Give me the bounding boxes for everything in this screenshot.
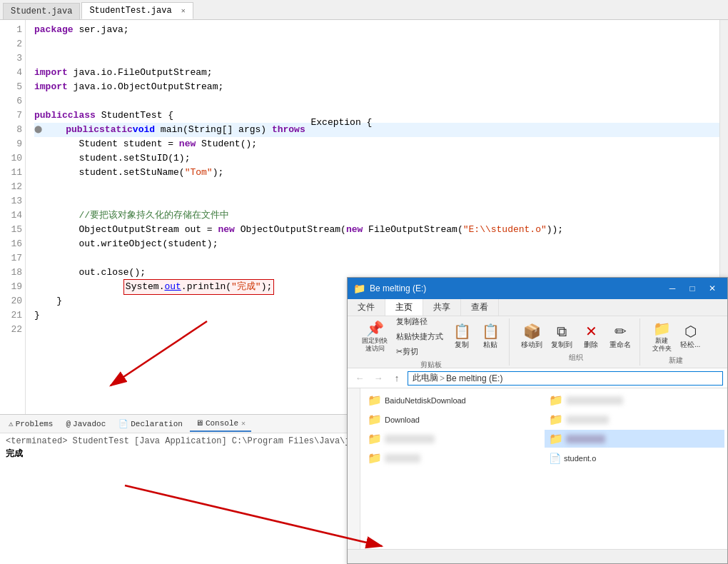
copy-paste-row1: 复制路径	[393, 315, 430, 328]
code-line-1: package ser.java;	[34, 23, 719, 37]
file-explorer-title: Be melting (E:)	[370, 283, 426, 293]
file-name-student-o: student.o	[564, 454, 596, 463]
pin-icon: 📌	[366, 320, 384, 337]
file-name-baiduws-blurred	[566, 396, 623, 405]
file-item-baiduws[interactable]: 📁	[545, 391, 724, 409]
window-controls: ─ □ ✕	[663, 281, 722, 296]
console-close-icon[interactable]: ✕	[241, 419, 246, 428]
file-explorer-title-bar: 📁 Be melting (E:) ─ □ ✕	[348, 278, 727, 299]
ribbon-easy-access-button[interactable]: ⬡ 轻松...	[677, 321, 703, 351]
file-item-student-o[interactable]: 📄 student.o	[545, 449, 724, 467]
ribbon-new-items: 📁 新建文件夹 ⬡ 轻松...	[649, 318, 703, 354]
address-computer: 此电脑	[413, 372, 438, 384]
code-line-17	[34, 251, 719, 266]
file-item-baidudl[interactable]: 📁 BaiduNetdiskDownload	[363, 391, 543, 409]
ribbon-cut-button[interactable]: ✂ 剪切	[393, 345, 421, 358]
ribbon-copy-button[interactable]: 📋 复制	[449, 321, 475, 351]
file-name-blurred3	[385, 435, 435, 443]
up-button[interactable]: ↑	[389, 371, 405, 386]
close-button[interactable]: ✕	[703, 281, 722, 296]
ribbon-group-clipboard: 📌 固定到快速访问 复制路径 粘贴快捷方式	[353, 318, 510, 366]
ribbon-content: 📌 固定到快速访问 复制路径 粘贴快捷方式	[348, 316, 727, 368]
file-explorer-status-bar	[348, 549, 727, 563]
new-label: 新建	[669, 356, 683, 366]
code-line-12	[34, 180, 719, 194]
address-bar: ← → ↑ 此电脑 > Be melting (E:)	[348, 368, 727, 388]
folder-icon-2: 📁	[549, 393, 563, 407]
folder-title-icon: 📁	[353, 283, 365, 294]
ribbon-move-button[interactable]: 📦 移动到	[518, 321, 545, 351]
file-item-download[interactable]: 📁 Download	[363, 411, 543, 428]
file-item-blurred2[interactable]: 📁	[545, 411, 724, 428]
ribbon-new-folder-button[interactable]: 📁 新建文件夹	[649, 318, 674, 354]
ribbon-rename-button[interactable]: ✏ 重命名	[607, 321, 634, 351]
address-field[interactable]: 此电脑 > Be melting (E:)	[408, 371, 723, 386]
file-item-blurred5[interactable]: 📁	[363, 449, 543, 467]
file-name-blurred4	[566, 435, 605, 443]
folder-icon-6: 📁	[549, 432, 563, 445]
easy-access-icon: ⬡	[684, 323, 697, 340]
code-line-13	[34, 194, 719, 208]
files-grid: 📁 BaiduNetdiskDownload 📁 📁 Download 📁 📁	[363, 391, 724, 467]
console-icon: 🖥	[196, 418, 203, 428]
folder-icon-4: 📁	[549, 413, 563, 426]
folder-icon-3: 📁	[368, 413, 382, 426]
ribbon-tab-file[interactable]: 文件	[348, 299, 385, 316]
file-name-blurred2	[566, 416, 609, 424]
file-explorer-window: 📁 Be melting (E:) ─ □ ✕ 文件 主页 共享 查看 📌 固定…	[347, 277, 728, 564]
tab-console[interactable]: 🖥 Console ✕	[190, 416, 251, 432]
back-button[interactable]: ←	[352, 371, 368, 386]
paste-icon: 📋	[482, 323, 500, 340]
tab-student-java[interactable]: Student.java	[3, 3, 80, 19]
file-item-blurred3[interactable]: 📁	[363, 430, 543, 448]
delete-icon: ✕	[585, 323, 597, 340]
tab-javadoc[interactable]: @ Javadoc	[60, 416, 111, 432]
code-line-16: out.writeObject(student);	[34, 237, 719, 251]
file-name-download: Download	[385, 416, 420, 424]
scissors-icon: ✂	[396, 347, 403, 356]
folder-icon-5: 📁	[368, 432, 382, 445]
ribbon-paste-button[interactable]: 📋 粘贴	[477, 321, 503, 351]
maximize-button[interactable]: □	[683, 281, 702, 296]
file-list-area: 📁 BaiduNetdiskDownload 📁 📁 Download 📁 📁	[348, 388, 727, 549]
ribbon-copy-to-button[interactable]: ⧉ 复制到	[548, 321, 575, 351]
code-line-4: import java.io.FileOutputStream;	[34, 66, 719, 80]
ribbon: 文件 主页 共享 查看 📌 固定到快速访问 复制路径	[348, 299, 727, 368]
code-line-14: //要把该对象持久化的存储在文件中	[34, 208, 719, 223]
copy-paste-group: 复制路径 粘贴快捷方式 ✂ 剪切	[393, 315, 446, 358]
file-explorer-sidebar	[348, 388, 360, 549]
ribbon-copy-path-button[interactable]: 复制路径	[393, 315, 430, 328]
tab-problems[interactable]: ⚠ Problems	[3, 416, 59, 432]
copy-to-icon: ⧉	[557, 323, 567, 340]
tab-bar: Student.java StudentTest.java ✕	[0, 0, 728, 20]
file-list: 📁 BaiduNetdiskDownload 📁 📁 Download 📁 📁	[360, 388, 727, 549]
new-folder-icon: 📁	[653, 320, 671, 337]
ribbon-tab-home[interactable]: 主页	[385, 299, 423, 316]
ribbon-tab-view[interactable]: 查看	[461, 299, 499, 316]
copy-paste-row2: 粘贴快捷方式	[393, 330, 446, 343]
code-line-6	[34, 94, 719, 109]
ribbon-clipboard-items: 📌 固定到快速访问 复制路径 粘贴快捷方式	[359, 315, 503, 358]
cut-row: ✂ 剪切	[393, 345, 421, 358]
file-item-blurred4[interactable]: 📁	[545, 430, 724, 448]
ribbon-tab-share[interactable]: 共享	[423, 299, 461, 316]
tab-declaration[interactable]: 📄 Declaration	[113, 416, 188, 432]
javadoc-icon: @	[66, 420, 71, 428]
address-drive: Be melting (E:)	[446, 373, 502, 383]
forward-button[interactable]: →	[370, 371, 386, 386]
ribbon-delete-button[interactable]: ✕ 删除	[578, 321, 604, 351]
file-name-blurred5	[385, 454, 420, 463]
ribbon-tab-bar: 文件 主页 共享 查看	[348, 299, 727, 316]
code-line-11: student.setStuName("Tom");	[34, 166, 719, 180]
tab-studenttest-java[interactable]: StudentTest.java ✕	[81, 2, 193, 19]
problems-icon: ⚠	[9, 419, 14, 428]
minimize-button[interactable]: ─	[663, 281, 682, 296]
tab-close-icon[interactable]: ✕	[181, 7, 186, 15]
code-line-8: ⬤ public static void main(String[] args)…	[34, 123, 719, 137]
code-line-15: ObjectOutputStream out = new ObjectOutpu…	[34, 223, 719, 237]
ribbon-paste-shortcut-button[interactable]: 粘贴快捷方式	[393, 330, 446, 343]
ribbon-group-new: 📁 新建文件夹 ⬡ 轻松... 新建	[643, 318, 709, 366]
ribbon-pin-button[interactable]: 📌 固定到快速访问	[359, 318, 390, 354]
code-line-10: student.setStuID(1);	[34, 151, 719, 166]
rename-icon: ✏	[615, 323, 627, 340]
